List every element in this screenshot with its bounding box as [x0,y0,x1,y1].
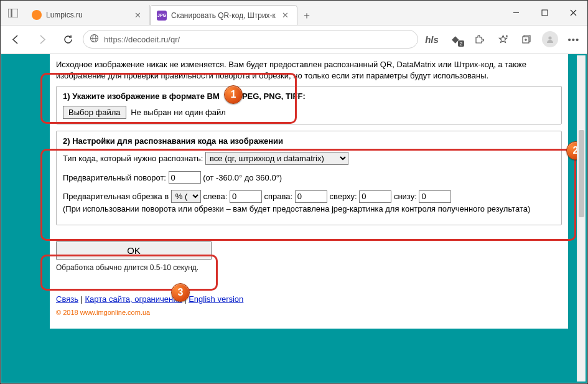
tab-decodeit[interactable]: JPG Сканировать QR-код, Штрих-к ✕ [150,5,297,25]
tab-title: Lumpics.ru [46,11,128,19]
crop-left-label: слева: [203,192,227,201]
extensions-icon[interactable] [469,29,489,49]
tablayout-icon[interactable] [1,1,26,26]
crop-unit-select[interactable]: % ( [171,190,201,203]
close-icon[interactable]: ✕ [133,11,143,20]
file-choose-button[interactable]: Выбор файла [63,106,126,119]
svg-rect-1 [12,9,18,17]
crop-left-input[interactable] [230,190,262,203]
favicon-decodeit: JPG [157,11,167,21]
close-icon[interactable]: ✕ [280,11,291,20]
menu-button[interactable]: ••• [564,29,584,49]
collections-icon[interactable] [516,29,536,49]
copyright-text: © 2018 www.imgonline.com.ua [56,309,562,316]
back-button[interactable] [4,29,27,49]
scrollbar[interactable] [577,55,586,382]
maximize-button[interactable] [530,1,559,26]
minimize-button[interactable] [502,1,530,26]
favicon-lumpics [32,10,42,20]
link-contact[interactable]: Связь [56,294,78,304]
tracker-shield-icon[interactable]: ◆2 [446,29,465,49]
svg-point-14 [548,36,551,39]
highlight-3 [40,255,218,291]
row-crop: Предварительная обрезка в % ( слева: спр… [63,190,555,203]
footer-links: Связь | Карта сайта, ограничения | Engli… [56,294,562,304]
scrollbar-thumb[interactable] [579,130,584,217]
row-rotate: Предварительный поворот: (от -360.0° до … [63,171,555,184]
url-text: https://decodeit.ru/qr/ [104,35,180,44]
window-controls [502,1,587,26]
row-codetype: Тип кода, который нужно распознать: все … [63,152,555,165]
ok-button[interactable]: OK [56,241,212,260]
crop-right-label: справа: [264,192,293,201]
tracker-count-badge: 2 [458,40,464,47]
section2-heading: 2) Настройки для распознавания кода на и… [63,136,555,146]
address-bar[interactable]: https://decodeit.ru/qr/ [83,30,418,49]
avatar-icon [542,31,558,47]
crop-right-input[interactable] [295,190,327,203]
svg-rect-3 [542,10,548,16]
page-content: Исходное изображение никак не изменяется… [50,54,568,329]
crop-label: Предварительная обрезка в [63,192,169,201]
section1-heading: 1) Укажите изображение в формате BM JPEG… [63,91,555,101]
tab-title: Сканировать QR-код, Штрих-к [171,11,276,20]
section-file: 1) Укажите изображение в формате BM JPEG… [56,86,562,124]
new-tab-button[interactable]: ＋ [297,6,316,25]
rotate-label: Предварительный поворот: [63,173,166,182]
crop-note: (При использовании поворота или обрезки … [63,204,555,213]
globe-icon [90,34,99,45]
codetype-select[interactable]: все (qr, штрихкод и datamatrix) [205,152,348,165]
processing-text: Обработка обычно длится 0.5-10 секунд. [56,263,562,272]
favorites-icon[interactable] [493,29,513,49]
file-status-text: Не выбран ни один файл [131,108,226,117]
section-settings: 2) Настройки для распознавания кода на и… [56,131,562,225]
hls-icon[interactable]: hls [422,29,442,49]
refresh-button[interactable] [57,29,79,49]
intro-text: Исходное изображение никак не изменяется… [56,59,562,81]
codetype-label: Тип кода, который нужно распознать: [63,154,203,163]
tabs: Lumpics.ru ✕ JPG Сканировать QR-код, Штр… [26,1,502,25]
svg-rect-0 [8,9,11,17]
close-button[interactable] [559,1,587,26]
rotate-range: (от -360.0° до 360.0°) [203,173,282,182]
crop-bottom-input[interactable] [419,190,451,203]
crop-top-input[interactable] [359,190,391,203]
rotate-input[interactable] [169,171,201,184]
toolbar: https://decodeit.ru/qr/ hls ◆2 ••• [1,26,587,54]
titlebar: Lumpics.ru ✕ JPG Сканировать QR-код, Штр… [1,1,587,26]
profile-button[interactable] [540,29,560,49]
link-english[interactable]: English version [189,294,243,304]
crop-top-label: сверху: [329,192,357,201]
forward-button[interactable] [30,29,53,49]
link-sitemap[interactable]: Карта сайта, ограничения [85,294,182,304]
tab-lumpics[interactable]: Lumpics.ru ✕ [26,5,150,25]
crop-bottom-label: снизу: [394,192,417,201]
